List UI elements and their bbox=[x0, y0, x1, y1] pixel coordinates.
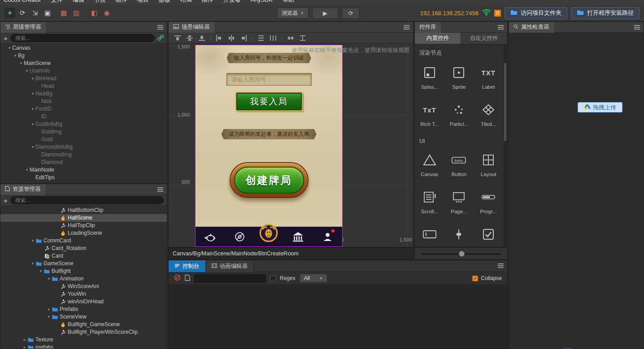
collapse-checkbox[interactable]: ✓ bbox=[472, 276, 478, 281]
asset-item-sceneview[interactable]: ▾SceneView bbox=[0, 313, 167, 321]
expand-arrow-icon[interactable]: ▾ bbox=[38, 267, 44, 275]
asset-item-bullfight[interactable]: ▾Bullfight bbox=[0, 267, 167, 275]
frame-tool-icon[interactable]: ▥ bbox=[71, 8, 82, 18]
hierarchy-node-diamondinfobg[interactable]: ▾DiamondInfoBg bbox=[0, 143, 167, 151]
teahouse-nav-icon[interactable] bbox=[200, 227, 220, 246]
rect-transform-tool-icon[interactable]: ▣ bbox=[42, 8, 53, 18]
scale-tool-icon[interactable]: ⇲ bbox=[30, 8, 40, 18]
panel-menu-icon[interactable] bbox=[157, 27, 163, 28]
distribute-v-icon[interactable] bbox=[257, 35, 265, 41]
hierarchy-node-canvas[interactable]: ▾Canvas bbox=[0, 44, 167, 52]
widget-item-tiled[interactable]: Tiled... bbox=[474, 96, 503, 133]
asset-item-bullfight_playerwinscoreclip[interactable]: Bullfight_PlayerWinScoreClip bbox=[0, 328, 167, 336]
hierarchy-node-diamondimg[interactable]: DiamondImg bbox=[0, 151, 167, 159]
regex-checkbox[interactable] bbox=[270, 276, 276, 281]
asset-item-card[interactable]: Card bbox=[0, 252, 167, 260]
hierarchy-node-mainnode[interactable]: ▾MainNode bbox=[0, 166, 167, 174]
hierarchy-node-id[interactable]: ID bbox=[0, 113, 167, 121]
tab-custom-widgets[interactable]: 自定义控件 bbox=[461, 33, 507, 44]
panel-menu-icon[interactable] bbox=[498, 27, 504, 28]
panel-menu-icon[interactable] bbox=[404, 27, 409, 28]
asset-item-winscoreani[interactable]: WinScoreAni bbox=[0, 283, 167, 290]
open-project-folder-button[interactable]: 访问项目文件夹 bbox=[505, 7, 567, 19]
hierarchy-search-input[interactable] bbox=[10, 34, 155, 42]
expand-arrow-icon[interactable]: ▾ bbox=[46, 275, 52, 283]
hierarchy-node-head[interactable]: Head bbox=[0, 82, 167, 90]
hierarchy-node-diamond[interactable]: Diamond bbox=[0, 159, 167, 166]
expand-arrow-icon[interactable]: ▸ bbox=[46, 306, 52, 313]
play-button[interactable]: ▶ bbox=[312, 8, 338, 19]
widget-item-layout[interactable]: Layout bbox=[474, 146, 503, 183]
hierarchy-node-goldinfobg[interactable]: ▾GoldInfoBg bbox=[0, 121, 167, 128]
menu-item[interactable]: 编辑 bbox=[73, 0, 84, 3]
align-left-icon[interactable] bbox=[216, 35, 223, 41]
browser-dropdown[interactable]: 浏览器 ▼ bbox=[277, 8, 309, 18]
widget-item-rich-t[interactable]: TxTRich T... bbox=[415, 96, 444, 133]
rotate-tool-icon[interactable]: ⟳ bbox=[17, 8, 28, 18]
hierarchy-node-userinfo[interactable]: ▾UserInfo bbox=[0, 67, 167, 75]
scrollbar-thumb[interactable] bbox=[504, 63, 506, 141]
menu-item[interactable]: 节点 bbox=[94, 0, 106, 3]
expand-arrow-icon[interactable]: ▾ bbox=[46, 313, 52, 321]
asset-item-card_rotation[interactable]: Card_Rotation bbox=[0, 245, 167, 252]
tab-console[interactable]: 控制台 bbox=[169, 260, 206, 272]
asset-item-winanionhead[interactable]: winAniOnHead bbox=[0, 298, 167, 306]
asset-item-bullfight_gamescene[interactable]: Bullfight_GameScene bbox=[0, 321, 167, 328]
clear-console-icon[interactable] bbox=[174, 274, 181, 282]
open-install-path-button[interactable]: 打开程序安装路径 bbox=[571, 7, 640, 19]
menu-item[interactable]: 插件 bbox=[202, 0, 213, 3]
hierarchy-tab[interactable]: 层级管理器 bbox=[0, 22, 46, 33]
drag-upload-button[interactable]: 拖拽上传 bbox=[578, 102, 622, 112]
menu-item[interactable]: Cocos Creator bbox=[4, 0, 41, 3]
widget-item-splas[interactable]: Splas... bbox=[415, 59, 444, 96]
widget-item-slider[interactable] bbox=[444, 220, 474, 247]
widget-item-toggle[interactable] bbox=[474, 220, 503, 247]
profile-nav-icon[interactable] bbox=[318, 227, 337, 246]
hierarchy-node-bg[interactable]: ▾Bg bbox=[0, 52, 167, 60]
expand-arrow-icon[interactable]: ▾ bbox=[30, 90, 35, 98]
expand-arrow-icon[interactable]: ▾ bbox=[30, 260, 35, 267]
asset-item-animation[interactable]: ▾Animation bbox=[0, 275, 167, 283]
align-v-center-icon[interactable] bbox=[186, 35, 193, 41]
expand-arrow-icon[interactable]: ▾ bbox=[30, 237, 35, 245]
widgets-tab[interactable]: 控件库 bbox=[415, 22, 441, 33]
panel-menu-icon[interactable] bbox=[157, 189, 163, 190]
expand-arrow-icon[interactable]: ▾ bbox=[24, 67, 30, 75]
expand-arrow-icon[interactable]: ▾ bbox=[30, 143, 35, 151]
menu-item[interactable]: 布局 bbox=[180, 0, 192, 3]
same-height-icon[interactable] bbox=[299, 35, 306, 41]
asset-item-hallbottomclip[interactable]: HallBottomClip bbox=[0, 207, 167, 214]
widget-item-label[interactable]: TXTLabel bbox=[474, 59, 503, 96]
hierarchy-node-mainscene[interactable]: ▾MainScene bbox=[0, 60, 167, 67]
hierarchy-node-nick[interactable]: Nick bbox=[0, 98, 167, 105]
expand-arrow-icon[interactable]: ▾ bbox=[13, 52, 18, 60]
menu-item[interactable]: 开发者 bbox=[223, 0, 241, 3]
inspector-tab[interactable]: 属性检查器 bbox=[509, 22, 554, 33]
widget-item-particl[interactable]: Particl... bbox=[444, 96, 474, 133]
asset-item-gamescene[interactable]: ▾GameScene bbox=[0, 260, 167, 267]
asset-item-texture[interactable]: ▸Texture bbox=[0, 336, 167, 344]
notification-badge[interactable]: 0 bbox=[494, 10, 501, 17]
hierarchy-node-fontid[interactable]: ▾FontID bbox=[0, 105, 167, 113]
asset-item-hallscene[interactable]: HallScene bbox=[0, 214, 167, 222]
join-game-button[interactable]: 我要入局 bbox=[235, 92, 303, 111]
expand-arrow-icon[interactable]: ▾ bbox=[18, 60, 24, 67]
panel-menu-icon[interactable] bbox=[498, 265, 504, 266]
same-width-icon[interactable] bbox=[287, 35, 294, 41]
widget-item-scroll[interactable]: Scroll... bbox=[415, 183, 444, 220]
expand-arrow-icon[interactable]: ▾ bbox=[30, 121, 35, 128]
widget-item-canvas[interactable]: Canvas bbox=[415, 146, 444, 183]
widget-item-button[interactable]: ButtonButton bbox=[444, 146, 474, 183]
asset-item-prefabs[interactable]: ▸Prefabs bbox=[0, 306, 167, 313]
club-nav-icon[interactable] bbox=[288, 227, 308, 246]
scene-viewport[interactable]: 使用鼠标右键平移视窗焦点，使用滚轮缩放视图 1,500 1,000 500 0 … bbox=[169, 43, 413, 247]
game-preview-canvas[interactable]: 输入房间号，和朋友一起切磋 请输入房间号： 我要入局 成为牌局的发起者，邀请好友… bbox=[196, 45, 342, 246]
expand-arrow-icon[interactable]: ▾ bbox=[30, 105, 35, 113]
console-log-area[interactable] bbox=[169, 285, 507, 349]
asset-item-halltopclip[interactable]: HallTopClip bbox=[0, 222, 167, 229]
open-log-icon[interactable] bbox=[185, 275, 190, 282]
hierarchy-node-btnhead[interactable]: ▾BtnHead bbox=[0, 75, 167, 82]
widget-scrollbar[interactable] bbox=[504, 45, 507, 246]
menu-item[interactable]: 组件 bbox=[116, 0, 127, 3]
mask-tool-icon[interactable]: ◧ bbox=[89, 8, 100, 18]
